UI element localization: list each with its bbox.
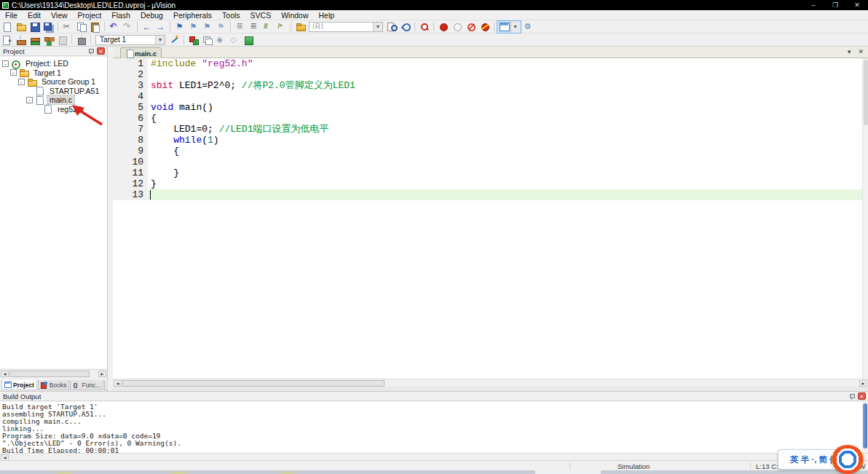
find-combobox[interactable]: IRI ▾ [309, 22, 383, 32]
pin-icon[interactable] [87, 48, 94, 55]
code-line-13[interactable]: 13 [113, 189, 862, 200]
window-layout-button[interactable]: ▾ [497, 20, 521, 33]
new-file-button[interactable] [0, 21, 14, 33]
comment-selection-button[interactable] [261, 21, 275, 33]
tree-item-project-led[interactable]: -Project: LED [0, 59, 107, 68]
kill-all-breakpoints-button[interactable] [478, 21, 492, 33]
tab-main-c[interactable]: main.c [120, 47, 162, 58]
build-output-close-icon[interactable]: ✕ [858, 392, 866, 400]
configure-button[interactable] [521, 21, 535, 33]
window-layout-dropdown-arrow-icon[interactable]: ▾ [510, 21, 520, 33]
redo-button[interactable] [121, 21, 135, 33]
incremental-find-button[interactable] [398, 21, 412, 33]
tree-item-reg52-h[interactable]: reg52.h [0, 105, 107, 114]
build-button[interactable] [14, 34, 28, 46]
copy-button[interactable] [74, 21, 88, 33]
bookmark-next-button[interactable] [186, 21, 200, 33]
scrollbar-thumb[interactable] [9, 371, 90, 377]
open-file-button[interactable] [14, 21, 28, 33]
menu-project[interactable]: Project [73, 11, 107, 20]
tree-expander-icon[interactable]: - [10, 69, 17, 76]
scroll-right-arrow-icon[interactable]: ► [98, 371, 106, 377]
batch-build-button[interactable] [42, 34, 55, 46]
code-line-9[interactable]: 9 { [113, 146, 862, 157]
code-line-10[interactable]: 10 [113, 157, 862, 167]
rebuild-button[interactable] [28, 34, 42, 46]
panel-tab-project[interactable]: Project [1, 380, 37, 390]
bookmark-toggle-button[interactable] [173, 21, 186, 33]
project-horizontal-scrollbar[interactable]: ◄ ► [0, 369, 107, 377]
build-output-log[interactable]: Build target 'Target 1'assembling STARTU… [0, 402, 862, 453]
select-software-packs-button[interactable] [214, 34, 228, 46]
code-line-6[interactable]: 6{ [113, 113, 862, 124]
tree-item-startup-a51[interactable]: STARTUP.A51 [0, 87, 107, 96]
menu-window[interactable]: Window [276, 11, 313, 20]
editor-horizontal-scrollbar[interactable]: ◄ ► [113, 379, 868, 387]
project-panel-close-icon[interactable]: ✕ [97, 47, 105, 55]
find-dropdown-arrow-icon[interactable]: ▾ [373, 23, 382, 31]
bookmark-previous-button[interactable] [200, 21, 214, 33]
code-line-12[interactable]: 12} [113, 178, 862, 189]
code-line-11[interactable]: 11 } [113, 167, 862, 178]
code-line-5[interactable]: 5void main() [113, 102, 862, 113]
menu-debug[interactable]: Debug [135, 11, 168, 20]
indent-button[interactable] [247, 21, 261, 33]
navigate-back-button[interactable] [140, 21, 154, 33]
find-in-files-button[interactable] [384, 21, 398, 33]
scrollbar-thumb[interactable] [864, 60, 868, 125]
close-button[interactable]: ✕ [846, 1, 868, 9]
scrollbar-thumb[interactable] [863, 403, 867, 449]
code-line-2[interactable]: 2 [113, 69, 862, 80]
menu-edit[interactable]: Edit [23, 11, 46, 20]
bookmark-clear-all-button[interactable] [214, 21, 228, 33]
insert-breakpoint-button[interactable] [436, 21, 450, 33]
tree-item-main-c[interactable]: -main.c [0, 95, 107, 105]
code-line-1[interactable]: 1#include "reg52.h" [113, 58, 862, 69]
code-line-3[interactable]: 3sbit LED1=P2^0; //将P2.0管脚定义为LED1 [113, 80, 862, 91]
cut-button[interactable] [60, 21, 74, 33]
save-all-button[interactable] [42, 21, 55, 33]
undo-button[interactable] [107, 21, 121, 33]
code-line-4[interactable]: 4 [113, 91, 862, 102]
tree-expander-icon[interactable]: - [2, 60, 9, 67]
menu-peripherals[interactable]: Peripherals [168, 11, 217, 20]
find-in-files-folder-button[interactable] [293, 21, 307, 33]
tree-item-source-group-1[interactable]: -Source Group 1 [0, 77, 107, 87]
tab-list-dropdown-icon[interactable]: ▾ [848, 48, 851, 55]
minimize-button[interactable]: – [802, 1, 824, 9]
editor-vertical-scrollbar[interactable] [862, 58, 868, 379]
panel-tab-func-[interactable]: Func... [70, 380, 103, 390]
panel-tab-books[interactable]: Books [38, 380, 70, 390]
code-editor[interactable]: 1#include "reg52.h"23sbit LED1=P2^0; //将… [113, 58, 862, 379]
file-extensions-button[interactable] [200, 34, 214, 46]
disable-all-breakpoints-button[interactable] [464, 21, 478, 33]
manage-project-items-button[interactable] [186, 34, 200, 46]
menu-flash[interactable]: Flash [106, 11, 135, 20]
uncomment-selection-button[interactable] [275, 21, 288, 33]
unindent-button[interactable] [233, 21, 247, 33]
enable-breakpoint-button[interactable] [450, 21, 464, 33]
ime-logo-icon[interactable] [832, 445, 864, 474]
tree-expander-icon[interactable]: - [18, 79, 25, 85]
pack-installer-button[interactable] [242, 34, 256, 46]
scroll-left-arrow-icon[interactable]: ◄ [1, 371, 9, 377]
vertical-splitter[interactable] [108, 47, 113, 391]
navigate-forward-button[interactable] [154, 21, 167, 33]
tree-expander-icon[interactable]: - [26, 97, 33, 103]
manage-run-time-environment-button[interactable] [228, 34, 242, 46]
tree-item-target-1[interactable]: -Target 1 [0, 68, 107, 78]
download-to-flash-button[interactable] [74, 34, 88, 46]
paste-button[interactable] [88, 21, 102, 33]
menu-svcs[interactable]: SVCS [245, 11, 277, 20]
code-line-8[interactable]: 8 while(1) [113, 135, 862, 146]
restore-button[interactable]: ❐ [824, 1, 846, 9]
scroll-right-arrow-icon[interactable]: ► [859, 380, 867, 387]
target-combobox[interactable]: Target 1 ▾ [95, 35, 165, 45]
scroll-left-arrow-icon[interactable]: ◄ [114, 380, 122, 387]
build-output-vertical-scrollbar[interactable] [862, 402, 868, 453]
close-document-icon[interactable]: ✕ [858, 48, 864, 55]
run-to-cursor-button[interactable] [417, 21, 431, 33]
stop-build-button[interactable] [55, 34, 69, 46]
translate-file-button[interactable] [0, 34, 14, 46]
options-for-target-button[interactable] [167, 34, 181, 46]
